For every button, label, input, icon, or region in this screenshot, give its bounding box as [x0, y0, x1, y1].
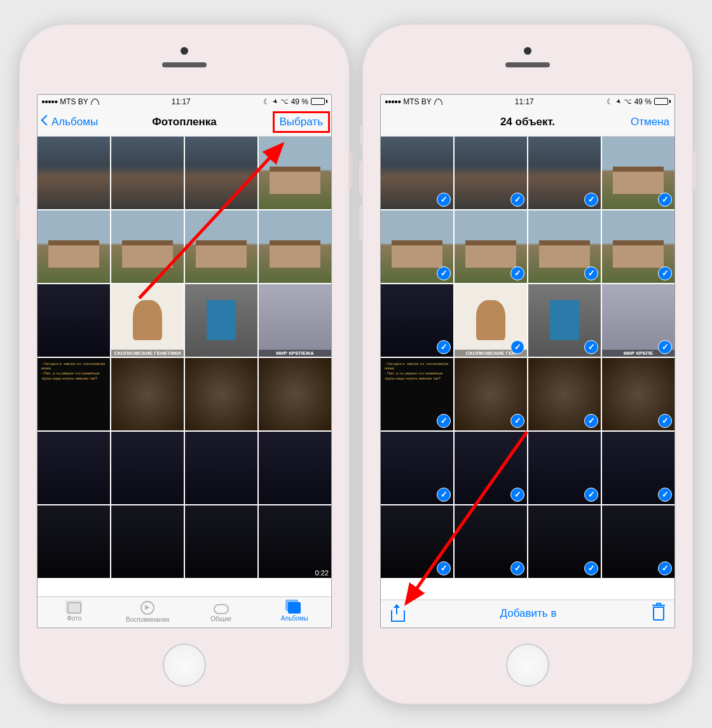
photo-thumb[interactable] [381, 137, 453, 209]
back-label: Альбомы [51, 116, 98, 128]
photo-thumb[interactable]: СКОЛКОВСКИЕ ГЕН [455, 284, 527, 357]
photo-thumb[interactable] [381, 505, 453, 578]
add-to-button[interactable]: Добавить в [500, 607, 557, 620]
photo-thumb[interactable] [528, 137, 601, 209]
cancel-button[interactable]: Отмена [631, 116, 669, 128]
tab-photos[interactable]: Фото [38, 597, 111, 628]
photo-thumb[interactable] [38, 210, 110, 283]
photo-thumb[interactable] [455, 432, 527, 504]
photo-thumb[interactable] [185, 505, 257, 578]
photo-thumb[interactable] [455, 505, 527, 578]
photo-thumb[interactable] [185, 432, 257, 504]
status-bar: ●●●●● MTS BY 11:17 ☾ ➤ ⌥ 49 % [381, 95, 674, 109]
photo-thumb[interactable] [602, 137, 674, 209]
bluetooth-icon: ⌥ [280, 97, 289, 106]
tab-label: Общие [210, 615, 231, 622]
photo-grid[interactable]: СКОЛКОВСКИЕ ГЕН МИР КРЕПЕ - Сегодня я, з… [381, 137, 674, 600]
delete-button[interactable] [653, 607, 664, 621]
photo-thumb[interactable] [455, 137, 527, 209]
signal-dots-icon: ●●●●● [41, 98, 57, 105]
photo-thumb[interactable] [259, 137, 331, 209]
chevron-left-icon [43, 116, 50, 128]
tab-bar: Фото Воспоминания Общие Альбомы [38, 596, 331, 628]
photo-thumb[interactable] [455, 358, 527, 430]
video-thumb[interactable] [602, 505, 674, 578]
photo-thumb[interactable] [185, 210, 257, 283]
photo-thumb[interactable] [455, 210, 527, 283]
carrier-label: MTS BY [60, 97, 88, 106]
status-bar: ●●●●● MTS BY 11:17 ☾ ➤ ⌥ 49 % [38, 95, 331, 109]
thumb-caption: СКОЛКОВСКИЕ ГЕН [455, 350, 527, 357]
photo-thumb[interactable] [111, 432, 184, 504]
photo-thumb[interactable] [381, 432, 453, 504]
phone-left: ●●●●● MTS BY 11:17 ☾ ➤ ⌥ 49 % Альбомы Фо… [19, 24, 350, 704]
photo-thumb[interactable] [185, 137, 257, 209]
photo-thumb[interactable] [602, 432, 674, 504]
wifi-icon [434, 99, 442, 105]
battery-icon [311, 98, 327, 105]
tab-albums[interactable]: Альбомы [258, 597, 332, 628]
tab-label: Воспоминания [126, 616, 169, 623]
photo-thumb[interactable] [38, 137, 110, 209]
video-thumb[interactable]: 0:22 [259, 505, 331, 578]
cloud-icon [214, 604, 229, 614]
carrier-label: MTS BY [403, 97, 432, 106]
home-button[interactable] [506, 643, 549, 687]
tab-memories[interactable]: Воспоминания [111, 597, 185, 628]
photo-thumb[interactable] [185, 358, 257, 430]
thumb-caption: МИР КРЕПЕ [602, 350, 674, 357]
photo-thumb[interactable] [528, 210, 601, 283]
trash-icon [653, 607, 664, 621]
photo-thumb[interactable] [528, 284, 601, 357]
select-button[interactable]: Выбрать [273, 111, 330, 133]
photo-thumb[interactable] [38, 432, 110, 504]
photo-thumb[interactable] [528, 358, 601, 430]
battery-pct: 49 % [634, 97, 652, 106]
photo-thumb[interactable]: СКОЛКОВСКИЕ ГЕНЕТИКИ [111, 284, 184, 357]
back-button[interactable]: Альбомы [43, 116, 98, 128]
location-icon: ➤ [614, 97, 622, 106]
moon-icon: ☾ [606, 97, 613, 106]
memories-icon [140, 601, 154, 615]
photo-thumb[interactable] [381, 284, 453, 357]
photo-thumb[interactable] [111, 505, 184, 578]
photo-thumb[interactable] [38, 284, 110, 357]
photo-thumb[interactable] [111, 358, 184, 430]
photo-thumb[interactable] [602, 358, 674, 430]
bluetooth-icon: ⌥ [624, 97, 632, 106]
photo-thumb[interactable] [381, 210, 453, 283]
photo-thumb[interactable] [185, 284, 257, 357]
share-button[interactable] [391, 605, 404, 622]
tab-shared[interactable]: Общие [184, 597, 258, 628]
nav-bar: Альбомы Фотопленка Выбрать [38, 109, 331, 137]
signal-dots-icon: ●●●●● [385, 98, 400, 105]
photo-thumb[interactable] [528, 432, 601, 504]
photo-thumb[interactable] [259, 210, 331, 283]
phone-right: ●●●●● MTS BY 11:17 ☾ ➤ ⌥ 49 % 24 объект.… [362, 24, 693, 704]
photo-thumb[interactable] [602, 210, 674, 283]
battery-pct: 49 % [291, 97, 308, 106]
photo-grid[interactable]: СКОЛКОВСКИЕ ГЕНЕТИКИ МИР КРЕПЕЖА - Сегод… [38, 137, 331, 596]
photo-thumb[interactable] [259, 358, 331, 430]
nav-bar: 24 объект. Отмена [381, 109, 674, 137]
battery-icon [654, 98, 671, 105]
thumb-caption: МИР КРЕПЕЖА [259, 350, 331, 357]
video-duration: 0:22 [315, 569, 329, 577]
screen-left: ●●●●● MTS BY 11:17 ☾ ➤ ⌥ 49 % Альбомы Фо… [37, 94, 332, 628]
home-button[interactable] [163, 643, 206, 687]
share-icon [391, 605, 404, 622]
status-time: 11:17 [515, 97, 534, 106]
photo-thumb[interactable]: - Сегодня я, завтра ты, послезавтра мама… [38, 358, 110, 430]
photo-thumb[interactable] [111, 210, 184, 283]
photo-thumb[interactable]: МИР КРЕПЕ [602, 284, 674, 357]
moon-icon: ☾ [263, 97, 270, 106]
photo-thumb[interactable] [111, 137, 184, 209]
tab-label: Фото [67, 615, 81, 622]
photo-thumb[interactable] [528, 505, 601, 578]
tab-label: Альбомы [281, 615, 308, 622]
photo-thumb[interactable]: - Сегодня я, завтра ты, послезавтра мама… [381, 358, 453, 430]
photo-thumb[interactable] [38, 505, 110, 578]
photo-thumb[interactable] [259, 432, 331, 504]
toolbar: Добавить в [381, 600, 674, 628]
photo-thumb[interactable]: МИР КРЕПЕЖА [259, 284, 331, 357]
